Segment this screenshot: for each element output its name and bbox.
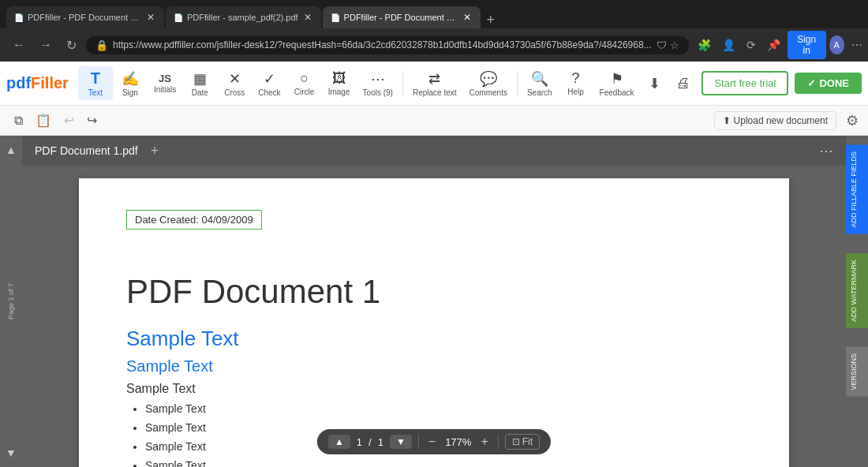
cross-label: Cross — [224, 88, 245, 97]
check-label: Check — [258, 88, 280, 97]
extensions-button[interactable]: 🧩 — [694, 35, 715, 54]
logo-pdf: pdf — [6, 74, 31, 92]
sample-heading-1: Sample Text — [126, 327, 742, 351]
list-item-1: Sample Text — [145, 402, 742, 415]
document-area: ▲ Page 1 of 7 ▼ PDF Document 1.pdf + ⋯ D… — [0, 136, 868, 467]
doc-header-title: PDF Document 1.pdf — [35, 144, 138, 157]
feedback-label: Feedback — [600, 88, 634, 97]
fillable-fields-tab[interactable]: ADD FILLABLE FIELDS — [846, 136, 868, 244]
versions-label: VERSIONS — [846, 347, 868, 397]
copy-button[interactable]: ⧉ — [9, 110, 28, 131]
sign-label: Sign — [122, 88, 138, 97]
versions-tab[interactable]: VERSIONS — [846, 338, 868, 406]
browser-tab-2[interactable]: 📄 PDFfiller - sample_pdf(2).pdf ✕ — [166, 6, 321, 28]
tool-tools-button[interactable]: ⋯ Tools (9) — [357, 67, 399, 100]
forward-button[interactable]: → — [35, 35, 57, 55]
watermark-tab[interactable]: ADD WATERMARK — [846, 244, 868, 338]
page-separator: / — [369, 436, 372, 448]
help-icon: ? — [572, 70, 580, 87]
nav-bar: ← → ↻ 🔒 https://www.pdffiller.com/jsfill… — [0, 28, 868, 62]
pdf-page: Date Created: 04/09/2009 PDF Document 1 … — [79, 178, 789, 467]
help-label: Help — [567, 88, 584, 96]
print-button[interactable]: 🖨 — [672, 72, 695, 95]
search-label: Search — [527, 88, 552, 97]
fillable-fields-label: ADD FILLABLE FIELDS — [846, 145, 868, 234]
cross-icon: ✕ — [229, 70, 241, 88]
browser-tab-1[interactable]: 📄 PDFfiller - PDF Document 1.pdf ✕ — [6, 6, 164, 28]
back-button[interactable]: ← — [8, 35, 30, 55]
page-next-button[interactable]: ▼ — [390, 435, 412, 449]
tab-close-1[interactable]: ✕ — [145, 10, 156, 24]
feedback-icon: ⚑ — [611, 70, 623, 88]
redo-button[interactable]: ↪ — [82, 110, 102, 131]
sample-heading-2: Sample Text — [126, 357, 742, 375]
zoom-in-button[interactable]: + — [477, 435, 491, 449]
download-button[interactable]: ⬇ — [644, 72, 665, 95]
sign-icon: ✍ — [122, 70, 139, 88]
tool-cross-button[interactable]: ✕ Cross — [217, 67, 252, 100]
new-tab-button[interactable]: + — [482, 12, 500, 28]
comments-icon: 💬 — [480, 70, 497, 88]
refresh-button[interactable]: ↻ — [62, 35, 81, 56]
tool-search-button[interactable]: 🔍 Search — [521, 67, 559, 100]
date-label: Date — [192, 88, 208, 97]
circle-label: Circle — [294, 88, 315, 96]
tool-comments-button[interactable]: 💬 Comments — [463, 67, 514, 100]
initials-label: Initials — [154, 85, 176, 94]
lock-icon: 🔒 — [95, 39, 108, 51]
pdf-container[interactable]: PDF Document 1.pdf + ⋯ Date Created: 04/… — [22, 136, 846, 467]
tab-bar: 📄 PDFfiller - PDF Document 1.pdf ✕ 📄 PDF… — [0, 0, 868, 28]
page-down-button[interactable]: ▼ — [4, 445, 18, 461]
tool-circle-button[interactable]: ○ Circle — [287, 67, 322, 99]
sub-toolbar: ⧉ 📋 ↩ ↪ ⬆ Upload new document ⚙ — [0, 106, 868, 136]
tab-close-3[interactable]: ✕ — [462, 10, 473, 24]
tool-text-button[interactable]: T Text — [78, 66, 113, 100]
browser-tab-3[interactable]: 📄 PDFfiller - PDF Document 1(1).p... ✕ — [323, 6, 481, 28]
profile-button[interactable]: 👤 — [718, 35, 739, 54]
tools-label: Tools (9) — [363, 88, 393, 97]
search-icon: 🔍 — [531, 70, 548, 88]
sync-button[interactable]: ⟳ — [743, 35, 760, 54]
pdf-document-title: PDF Document 1 — [126, 273, 742, 311]
avatar[interactable]: A — [829, 35, 844, 54]
fit-icon: ⊡ — [512, 436, 520, 447]
shield-icon: 🛡 — [657, 39, 667, 51]
tool-sign-button[interactable]: ✍ Sign — [113, 67, 148, 100]
circle-icon: ○ — [300, 70, 309, 87]
menu-button[interactable]: ⋯ — [847, 35, 866, 54]
current-page-input[interactable]: 1 — [357, 436, 362, 448]
tab-favicon-2: 📄 — [174, 13, 183, 22]
tool-replace-button[interactable]: ⇄ Replace text — [406, 67, 463, 100]
zoom-out-button[interactable]: − — [425, 435, 439, 449]
star-icon[interactable]: ☆ — [670, 39, 679, 51]
tool-date-button[interactable]: ▦ Date — [182, 67, 217, 100]
tool-image-button[interactable]: 🖼 Image — [322, 67, 357, 99]
upload-icon: ⬆ — [723, 115, 731, 126]
address-bar[interactable]: 🔒 https://www.pdffiller.com/jsfiller-des… — [86, 36, 689, 54]
page-indicator: ▲ Page 1 of 7 ▼ — [0, 136, 22, 467]
tool-feedback-button[interactable]: ⚑ Feedback — [593, 67, 641, 100]
upload-new-document-button[interactable]: ⬆ Upload new document — [714, 111, 836, 130]
start-free-trial-button[interactable]: Start free trial — [702, 71, 788, 95]
page-prev-button[interactable]: ▲ — [328, 435, 350, 449]
tool-check-button[interactable]: ✓ Check — [252, 67, 286, 100]
sign-in-button[interactable]: Sign in — [788, 31, 826, 59]
page-up-button[interactable]: ▲ — [4, 142, 18, 158]
tool-initials-button[interactable]: JS Initials — [148, 69, 182, 97]
tab-close-2[interactable]: ✕ — [302, 10, 313, 24]
undo-button[interactable]: ↩ — [59, 110, 79, 131]
address-text: https://www.pdffiller.com/jsfiller-desk1… — [113, 39, 652, 50]
collections-button[interactable]: 📌 — [763, 35, 784, 54]
more-options-button[interactable]: ⋯ — [819, 142, 833, 159]
toolbar-separator-1 — [402, 71, 403, 96]
settings-button[interactable]: ⚙ — [846, 112, 859, 129]
watermark-label: ADD WATERMARK — [846, 253, 868, 328]
fit-button[interactable]: ⊡ Fit — [505, 434, 540, 450]
date-field[interactable]: Date Created: 04/09/2009 — [126, 210, 262, 230]
add-document-button[interactable]: + — [151, 143, 159, 159]
paste-button[interactable]: 📋 — [31, 110, 56, 131]
tool-help-button[interactable]: ? Help — [559, 67, 593, 99]
fit-label: Fit — [522, 436, 533, 447]
replace-label: Replace text — [413, 88, 457, 97]
done-button[interactable]: ✓ DONE — [795, 73, 862, 94]
